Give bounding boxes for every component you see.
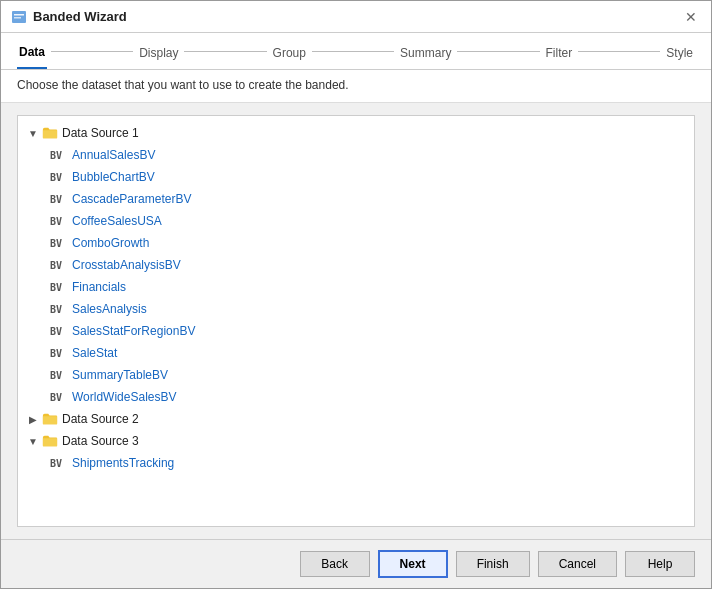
- folder-icon-ds3: [42, 434, 58, 448]
- label-cascade: CascadeParameterBV: [72, 192, 191, 206]
- bv-badge-cascade: BV: [50, 194, 68, 205]
- cancel-button[interactable]: Cancel: [538, 551, 617, 577]
- tree-node-shipments[interactable]: BV ShipmentsTracking: [22, 452, 690, 474]
- bv-badge-shipments: BV: [50, 458, 68, 469]
- label-crosstab: CrosstabAnalysisBV: [72, 258, 181, 272]
- wizard-tabs: Data Display Group Summary Filter Style: [1, 33, 711, 70]
- tab-sep-3: [312, 51, 394, 52]
- finish-button[interactable]: Finish: [456, 551, 530, 577]
- bv-badge-sales: BV: [50, 304, 68, 315]
- tab-group[interactable]: Group: [271, 42, 308, 68]
- svg-rect-5: [43, 438, 57, 446]
- bv-badge-coffee: BV: [50, 216, 68, 227]
- window-title: Banded Wizard: [33, 9, 127, 24]
- tab-sep-4: [457, 51, 539, 52]
- bv-badge-crosstab: BV: [50, 260, 68, 271]
- tree-node-summarytable[interactable]: BV SummaryTableBV: [22, 364, 690, 386]
- ds1-label: Data Source 1: [62, 126, 139, 140]
- svg-rect-4: [43, 416, 57, 424]
- tree-node-statsregion[interactable]: BV SalesStatForRegionBV: [22, 320, 690, 342]
- tree-node-ds1[interactable]: ▼ Data Source 1: [22, 122, 690, 144]
- tree-node-worldwide[interactable]: BV WorldWideSalesBV: [22, 386, 690, 408]
- label-stat: SaleStat: [72, 346, 117, 360]
- tab-filter[interactable]: Filter: [544, 42, 575, 68]
- svg-rect-2: [14, 17, 21, 19]
- tree-node-annual[interactable]: BV AnnualSalesBV: [22, 144, 690, 166]
- description-text: Choose the dataset that you want to use …: [1, 70, 711, 103]
- tab-sep-5: [578, 51, 660, 52]
- title-bar: Banded Wizard ✕: [1, 1, 711, 33]
- ds3-label: Data Source 3: [62, 434, 139, 448]
- dataset-tree[interactable]: ▼ Data Source 1 BV AnnualSalesBV BV Bubb…: [17, 115, 695, 527]
- bv-badge-statsregion: BV: [50, 326, 68, 337]
- bv-badge-bubble: BV: [50, 172, 68, 183]
- folder-icon-ds2: [42, 412, 58, 426]
- label-financials: Financials: [72, 280, 126, 294]
- banded-wizard-window: Banded Wizard ✕ Data Display Group Summa…: [0, 0, 712, 589]
- tree-node-ds2[interactable]: ▶ Data Source 2: [22, 408, 690, 430]
- content-area: ▼ Data Source 1 BV AnnualSalesBV BV Bubb…: [1, 103, 711, 539]
- label-annual: AnnualSalesBV: [72, 148, 155, 162]
- bv-badge-stat: BV: [50, 348, 68, 359]
- bv-badge-summarytable: BV: [50, 370, 68, 381]
- label-shipments: ShipmentsTracking: [72, 456, 174, 470]
- tree-node-coffee[interactable]: BV CoffeeSalesUSA: [22, 210, 690, 232]
- tree-node-cascade[interactable]: BV CascadeParameterBV: [22, 188, 690, 210]
- tree-node-stat[interactable]: BV SaleStat: [22, 342, 690, 364]
- tab-sep-2: [184, 51, 266, 52]
- label-summarytable: SummaryTableBV: [72, 368, 168, 382]
- tab-summary[interactable]: Summary: [398, 42, 453, 68]
- tab-sep-1: [51, 51, 133, 52]
- expand-icon-ds2: ▶: [26, 412, 40, 426]
- label-worldwide: WorldWideSalesBV: [72, 390, 176, 404]
- ds2-label: Data Source 2: [62, 412, 139, 426]
- svg-rect-3: [43, 130, 57, 138]
- bv-badge-worldwide: BV: [50, 392, 68, 403]
- label-statsregion: SalesStatForRegionBV: [72, 324, 195, 338]
- tree-node-ds3[interactable]: ▼ Data Source 3: [22, 430, 690, 452]
- back-button[interactable]: Back: [300, 551, 370, 577]
- bv-badge-combo: BV: [50, 238, 68, 249]
- tree-node-financials[interactable]: BV Financials: [22, 276, 690, 298]
- tree-node-sales[interactable]: BV SalesAnalysis: [22, 298, 690, 320]
- close-button[interactable]: ✕: [681, 7, 701, 27]
- expand-icon-ds3: ▼: [26, 434, 40, 448]
- wizard-icon: [11, 9, 27, 25]
- tab-data[interactable]: Data: [17, 41, 47, 69]
- bv-badge-annual: BV: [50, 150, 68, 161]
- tree-node-crosstab[interactable]: BV CrosstabAnalysisBV: [22, 254, 690, 276]
- tree-node-combo[interactable]: BV ComboGrowth: [22, 232, 690, 254]
- bv-badge-financials: BV: [50, 282, 68, 293]
- tab-display[interactable]: Display: [137, 42, 180, 68]
- tree-node-bubble[interactable]: BV BubbleChartBV: [22, 166, 690, 188]
- tab-style[interactable]: Style: [664, 42, 695, 68]
- title-bar-left: Banded Wizard: [11, 9, 127, 25]
- footer: Back Next Finish Cancel Help: [1, 539, 711, 588]
- label-sales: SalesAnalysis: [72, 302, 147, 316]
- help-button[interactable]: Help: [625, 551, 695, 577]
- expand-icon-ds1: ▼: [26, 126, 40, 140]
- label-bubble: BubbleChartBV: [72, 170, 155, 184]
- label-coffee: CoffeeSalesUSA: [72, 214, 162, 228]
- svg-rect-1: [14, 14, 24, 16]
- folder-icon-ds1: [42, 126, 58, 140]
- label-combo: ComboGrowth: [72, 236, 149, 250]
- next-button[interactable]: Next: [378, 550, 448, 578]
